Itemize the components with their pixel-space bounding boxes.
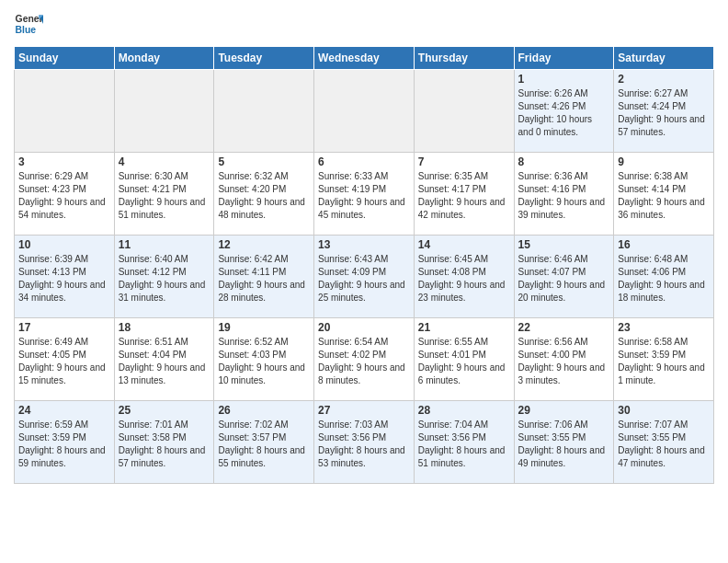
week-row-4: 17Sunrise: 6:49 AMSunset: 4:05 PMDayligh… bbox=[15, 318, 714, 401]
day-number: 6 bbox=[318, 155, 410, 168]
day-cell bbox=[114, 70, 214, 153]
week-row-3: 10Sunrise: 6:39 AMSunset: 4:13 PMDayligh… bbox=[15, 236, 714, 318]
day-info: Sunrise: 7:06 AMSunset: 3:55 PMDaylight:… bbox=[518, 419, 610, 470]
day-number: 27 bbox=[318, 404, 410, 417]
weekday-wednesday: Wednesday bbox=[314, 47, 415, 70]
day-info: Sunrise: 6:54 AMSunset: 4:02 PMDaylight:… bbox=[318, 336, 410, 387]
day-info: Sunrise: 6:46 AMSunset: 4:07 PMDaylight:… bbox=[518, 253, 610, 304]
day-number: 11 bbox=[119, 238, 210, 251]
weekday-monday: Monday bbox=[114, 47, 214, 70]
day-info: Sunrise: 6:51 AMSunset: 4:04 PMDaylight:… bbox=[119, 336, 210, 387]
day-cell: 18Sunrise: 6:51 AMSunset: 4:04 PMDayligh… bbox=[114, 318, 214, 401]
day-number: 29 bbox=[518, 404, 610, 417]
day-cell: 14Sunrise: 6:45 AMSunset: 4:08 PMDayligh… bbox=[414, 236, 514, 318]
day-cell: 1Sunrise: 6:26 AMSunset: 4:26 PMDaylight… bbox=[514, 70, 614, 153]
day-number: 16 bbox=[618, 238, 710, 251]
day-cell: 3Sunrise: 6:29 AMSunset: 4:23 PMDaylight… bbox=[15, 153, 115, 236]
day-info: Sunrise: 6:58 AMSunset: 3:59 PMDaylight:… bbox=[618, 336, 710, 387]
day-info: Sunrise: 7:03 AMSunset: 3:56 PMDaylight:… bbox=[318, 419, 410, 470]
day-info: Sunrise: 6:49 AMSunset: 4:05 PMDaylight:… bbox=[18, 336, 110, 387]
day-number: 1 bbox=[518, 73, 610, 86]
day-info: Sunrise: 6:48 AMSunset: 4:06 PMDaylight:… bbox=[618, 253, 710, 304]
day-cell bbox=[214, 70, 314, 153]
svg-text:Blue: Blue bbox=[16, 25, 37, 35]
day-cell: 6Sunrise: 6:33 AMSunset: 4:19 PMDaylight… bbox=[314, 153, 415, 236]
day-info: Sunrise: 7:07 AMSunset: 3:55 PMDaylight:… bbox=[618, 419, 710, 470]
day-cell: 7Sunrise: 6:35 AMSunset: 4:17 PMDaylight… bbox=[414, 153, 514, 236]
day-info: Sunrise: 6:36 AMSunset: 4:16 PMDaylight:… bbox=[518, 170, 610, 222]
day-info: Sunrise: 7:01 AMSunset: 3:58 PMDaylight:… bbox=[119, 419, 210, 470]
day-number: 20 bbox=[318, 321, 410, 334]
day-number: 17 bbox=[18, 321, 110, 334]
logo-icon: General Blue bbox=[14, 9, 43, 39]
day-cell: 29Sunrise: 7:06 AMSunset: 3:55 PMDayligh… bbox=[514, 401, 614, 484]
day-number: 26 bbox=[218, 404, 310, 417]
weekday-tuesday: Tuesday bbox=[214, 47, 314, 70]
day-info: Sunrise: 6:27 AMSunset: 4:24 PMDaylight:… bbox=[618, 87, 710, 139]
day-number: 30 bbox=[618, 404, 710, 417]
day-info: Sunrise: 7:04 AMSunset: 3:56 PMDaylight:… bbox=[418, 419, 510, 470]
day-info: Sunrise: 6:40 AMSunset: 4:12 PMDaylight:… bbox=[119, 253, 210, 304]
day-cell: 23Sunrise: 6:58 AMSunset: 3:59 PMDayligh… bbox=[614, 318, 714, 401]
day-cell: 8Sunrise: 6:36 AMSunset: 4:16 PMDaylight… bbox=[514, 153, 614, 236]
day-cell: 19Sunrise: 6:52 AMSunset: 4:03 PMDayligh… bbox=[214, 318, 314, 401]
day-cell: 21Sunrise: 6:55 AMSunset: 4:01 PMDayligh… bbox=[414, 318, 514, 401]
weekday-saturday: Saturday bbox=[614, 47, 714, 70]
day-number: 24 bbox=[18, 404, 110, 417]
day-cell: 27Sunrise: 7:03 AMSunset: 3:56 PMDayligh… bbox=[314, 401, 415, 484]
day-cell: 30Sunrise: 7:07 AMSunset: 3:55 PMDayligh… bbox=[614, 401, 714, 484]
day-cell: 4Sunrise: 6:30 AMSunset: 4:21 PMDaylight… bbox=[114, 153, 214, 236]
day-info: Sunrise: 6:30 AMSunset: 4:21 PMDaylight:… bbox=[119, 170, 210, 222]
day-info: Sunrise: 6:55 AMSunset: 4:01 PMDaylight:… bbox=[418, 336, 510, 387]
day-info: Sunrise: 6:35 AMSunset: 4:17 PMDaylight:… bbox=[418, 170, 510, 222]
logo: General Blue bbox=[14, 9, 43, 39]
day-cell: 17Sunrise: 6:49 AMSunset: 4:05 PMDayligh… bbox=[15, 318, 115, 401]
day-number: 15 bbox=[518, 238, 610, 251]
calendar-table: SundayMondayTuesdayWednesdayThursdayFrid… bbox=[14, 46, 714, 484]
weekday-header-row: SundayMondayTuesdayWednesdayThursdayFrid… bbox=[15, 47, 714, 70]
day-info: Sunrise: 6:52 AMSunset: 4:03 PMDaylight:… bbox=[218, 336, 310, 387]
day-number: 4 bbox=[119, 155, 210, 168]
week-row-2: 3Sunrise: 6:29 AMSunset: 4:23 PMDaylight… bbox=[15, 153, 714, 236]
day-number: 28 bbox=[418, 404, 510, 417]
day-number: 21 bbox=[418, 321, 510, 334]
day-cell: 2Sunrise: 6:27 AMSunset: 4:24 PMDaylight… bbox=[614, 70, 714, 153]
day-cell: 24Sunrise: 6:59 AMSunset: 3:59 PMDayligh… bbox=[15, 401, 115, 484]
weekday-friday: Friday bbox=[514, 47, 614, 70]
day-number: 12 bbox=[218, 238, 310, 251]
day-info: Sunrise: 6:43 AMSunset: 4:09 PMDaylight:… bbox=[318, 253, 410, 304]
day-cell: 20Sunrise: 6:54 AMSunset: 4:02 PMDayligh… bbox=[314, 318, 415, 401]
day-cell: 13Sunrise: 6:43 AMSunset: 4:09 PMDayligh… bbox=[314, 236, 415, 318]
day-number: 22 bbox=[518, 321, 610, 334]
day-cell: 25Sunrise: 7:01 AMSunset: 3:58 PMDayligh… bbox=[114, 401, 214, 484]
day-info: Sunrise: 6:26 AMSunset: 4:26 PMDaylight:… bbox=[518, 87, 610, 139]
week-row-1: 1Sunrise: 6:26 AMSunset: 4:26 PMDaylight… bbox=[15, 70, 714, 153]
day-cell: 26Sunrise: 7:02 AMSunset: 3:57 PMDayligh… bbox=[214, 401, 314, 484]
weekday-thursday: Thursday bbox=[414, 47, 514, 70]
day-cell: 11Sunrise: 6:40 AMSunset: 4:12 PMDayligh… bbox=[114, 236, 214, 318]
day-info: Sunrise: 6:32 AMSunset: 4:20 PMDaylight:… bbox=[218, 170, 310, 222]
day-cell: 15Sunrise: 6:46 AMSunset: 4:07 PMDayligh… bbox=[514, 236, 614, 318]
week-row-5: 24Sunrise: 6:59 AMSunset: 3:59 PMDayligh… bbox=[15, 401, 714, 484]
day-info: Sunrise: 6:38 AMSunset: 4:14 PMDaylight:… bbox=[618, 170, 710, 222]
day-cell: 5Sunrise: 6:32 AMSunset: 4:20 PMDaylight… bbox=[214, 153, 314, 236]
day-number: 13 bbox=[318, 238, 410, 251]
day-cell: 12Sunrise: 6:42 AMSunset: 4:11 PMDayligh… bbox=[214, 236, 314, 318]
day-number: 2 bbox=[618, 73, 710, 86]
day-number: 19 bbox=[218, 321, 310, 334]
day-cell: 10Sunrise: 6:39 AMSunset: 4:13 PMDayligh… bbox=[15, 236, 115, 318]
day-cell: 28Sunrise: 7:04 AMSunset: 3:56 PMDayligh… bbox=[414, 401, 514, 484]
day-info: Sunrise: 6:39 AMSunset: 4:13 PMDaylight:… bbox=[18, 253, 110, 304]
day-number: 18 bbox=[119, 321, 210, 334]
day-cell bbox=[414, 70, 514, 153]
day-cell: 9Sunrise: 6:38 AMSunset: 4:14 PMDaylight… bbox=[614, 153, 714, 236]
day-info: Sunrise: 6:29 AMSunset: 4:23 PMDaylight:… bbox=[18, 170, 110, 222]
day-cell: 22Sunrise: 6:56 AMSunset: 4:00 PMDayligh… bbox=[514, 318, 614, 401]
day-number: 9 bbox=[618, 155, 710, 168]
page: General Blue SundayMondayTuesdayWednesda… bbox=[0, 0, 728, 493]
day-number: 10 bbox=[18, 238, 110, 251]
day-info: Sunrise: 6:33 AMSunset: 4:19 PMDaylight:… bbox=[318, 170, 410, 222]
day-number: 5 bbox=[218, 155, 310, 168]
day-number: 14 bbox=[418, 238, 510, 251]
day-info: Sunrise: 6:45 AMSunset: 4:08 PMDaylight:… bbox=[418, 253, 510, 304]
